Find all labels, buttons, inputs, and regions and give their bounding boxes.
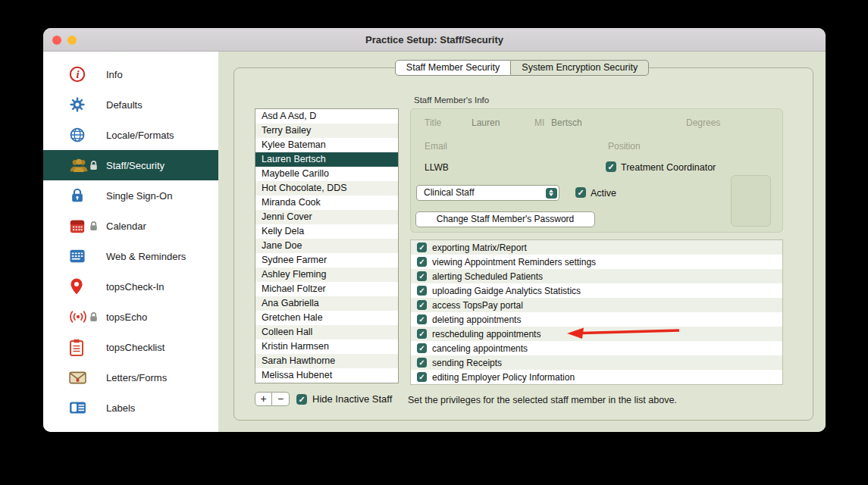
- sidebar-item-single-sign-on[interactable]: Single Sign-On: [43, 180, 218, 211]
- privilege-checkbox[interactable]: [417, 257, 427, 267]
- sidebar-item-info[interactable]: iInfo: [43, 59, 218, 89]
- privilege-checkbox[interactable]: [417, 314, 427, 324]
- security-panel: Asd A Asd, DTerry BaileyKylee BatemanLau…: [233, 67, 813, 421]
- lock-icon: [69, 187, 89, 204]
- sidebar-item-staff-security[interactable]: Staff/Security: [43, 150, 218, 180]
- privilege-checkbox[interactable]: [417, 343, 427, 353]
- active-checkbox[interactable]: [575, 187, 586, 198]
- privilege-checkbox[interactable]: [417, 372, 427, 382]
- minimize-button[interactable]: [67, 36, 77, 45]
- sidebar-item-calendar[interactable]: Calendar: [43, 211, 218, 241]
- staff-list-controls: + − Hide Inactive Staff: [255, 392, 392, 406]
- staff-row[interactable]: Kelly Dela: [255, 224, 398, 239]
- staff-row[interactable]: Ashley Fleming: [255, 268, 398, 282]
- sidebar-item-defaults[interactable]: Defaults: [43, 89, 218, 120]
- sidebar-item-letters-forms[interactable]: Letters/Forms: [43, 362, 218, 393]
- staff-type-dropdown[interactable]: Clinical Staff: [416, 185, 559, 201]
- close-button[interactable]: [52, 36, 61, 45]
- staff-row[interactable]: Maybelle Carillo: [255, 167, 398, 181]
- staff-type-value: Clinical Staff: [424, 187, 474, 198]
- lock-icon: [89, 221, 106, 231]
- privilege-label: canceling appointments: [432, 343, 528, 354]
- treatment-coordinator-label: Treatment Coordinator: [621, 162, 716, 173]
- treatment-coordinator-checkbox[interactable]: [606, 161, 616, 172]
- degrees-field[interactable]: Degrees: [686, 117, 720, 128]
- sidebar-item-label: topsEcho: [106, 311, 147, 323]
- sidebar-item-label: Letters/Forms: [106, 372, 167, 383]
- tab-bar: Staff Member Security System Encryption …: [218, 60, 826, 76]
- sidebar-item-label: Locale/Formats: [106, 130, 174, 141]
- privilege-checkbox[interactable]: [417, 242, 427, 252]
- email-field[interactable]: Email: [425, 141, 447, 152]
- staff-row[interactable]: Lauren Bertsch: [255, 152, 398, 167]
- globe-icon: [69, 127, 89, 143]
- remove-staff-button[interactable]: −: [272, 392, 290, 406]
- staff-photo-well[interactable]: [731, 175, 771, 227]
- add-staff-button[interactable]: +: [255, 392, 272, 406]
- privilege-checkbox[interactable]: [417, 300, 427, 310]
- privilege-row: sending Receipts: [411, 355, 782, 370]
- svg-text:i: i: [76, 68, 79, 80]
- lock-icon: [89, 160, 106, 171]
- staff-row[interactable]: Gretchen Hale: [255, 311, 398, 325]
- staff-list: Asd A Asd, DTerry BaileyKylee BatemanLau…: [255, 108, 399, 383]
- staff-row[interactable]: Melissa Hubenet: [255, 368, 398, 383]
- staff-row[interactable]: Michael Foltzer: [255, 282, 398, 296]
- envelope-icon: [69, 371, 89, 385]
- privilege-checkbox[interactable]: [417, 329, 427, 339]
- staff-row[interactable]: Asd A Asd, D: [255, 109, 398, 124]
- staff-row[interactable]: Sarah Hawthorne: [255, 354, 398, 368]
- position-field[interactable]: Position: [608, 141, 641, 152]
- privilege-checkbox[interactable]: [417, 286, 427, 296]
- tab-staff-member-security[interactable]: Staff Member Security: [395, 60, 511, 76]
- web-icon: [69, 249, 89, 264]
- sidebar-item-label: Info: [106, 69, 123, 80]
- signal-icon: [69, 310, 89, 324]
- staff-row[interactable]: Kristin Harmsen: [255, 340, 398, 354]
- staff-row[interactable]: Jane Doe: [255, 239, 398, 253]
- tab-system-encryption-security[interactable]: System Encryption Security: [511, 60, 649, 76]
- privilege-checkbox[interactable]: [417, 271, 427, 281]
- sidebar: iInfoDefaultsLocale/FormatsStaff/Securit…: [43, 52, 218, 432]
- sidebar-item-label: Defaults: [106, 99, 143, 111]
- sidebar-item-label: Calendar: [106, 221, 146, 232]
- desktop-background: Practice Setup: Staff/Security iInfoDefa…: [0, 0, 868, 485]
- sidebar-item-topschecklist[interactable]: topsChecklist: [43, 332, 218, 362]
- staff-row[interactable]: Jenni Cover: [255, 210, 398, 224]
- titlebar[interactable]: Practice Setup: Staff/Security: [43, 28, 826, 52]
- sidebar-item-label: Staff/Security: [106, 160, 165, 171]
- sidebar-item-web-reminders[interactable]: Web & Reminders: [43, 241, 218, 271]
- lock-icon: [89, 311, 106, 322]
- last-name-field[interactable]: Bertsch: [551, 117, 582, 128]
- change-password-button[interactable]: Change Staff Member's Password: [415, 211, 595, 227]
- privilege-row: uploading Gaidge Analytics Statistics: [411, 283, 782, 298]
- sidebar-item-labels[interactable]: Labels: [43, 393, 218, 423]
- first-name-field[interactable]: Lauren: [472, 117, 500, 128]
- hide-inactive-checkbox[interactable]: [296, 394, 307, 405]
- sidebar-item-topsecho[interactable]: topsEcho: [43, 302, 218, 332]
- initials-value: LLWB: [425, 162, 449, 173]
- staff-row[interactable]: Colleen Hall: [255, 325, 398, 340]
- privilege-label: access TopsPay portal: [432, 300, 523, 311]
- mi-field[interactable]: MI: [534, 117, 544, 128]
- staff-row[interactable]: Ana Gabriella: [255, 296, 398, 311]
- pin-icon: [69, 277, 89, 296]
- sidebar-item-label: topsChecklist: [106, 342, 165, 353]
- people-icon: [69, 158, 89, 173]
- staff-row[interactable]: Hot Chocolate, DDS: [255, 181, 398, 196]
- privilege-label: editing Employer Policy Information: [432, 372, 575, 383]
- privilege-label: rescheduling appointments: [432, 329, 541, 340]
- privilege-checkbox[interactable]: [417, 358, 427, 368]
- sidebar-item-topscheck-in[interactable]: topsCheck-In: [43, 271, 218, 302]
- staff-row[interactable]: Terry Bailey: [255, 124, 398, 138]
- info-icon: i: [69, 66, 89, 83]
- sidebar-item-locale-formats[interactable]: Locale/Formats: [43, 120, 218, 150]
- title-field[interactable]: Title: [425, 117, 441, 128]
- sidebar-item-label: Web & Reminders: [106, 251, 186, 262]
- staff-row[interactable]: Kylee Bateman: [255, 138, 398, 152]
- staff-row[interactable]: Miranda Cook: [255, 196, 398, 210]
- privilege-row: viewing Appointment Reminders settings: [411, 255, 782, 269]
- staff-info-box: Title Lauren MI Bertsch Degrees Email Po…: [410, 108, 783, 233]
- staff-row[interactable]: Sydnee Farmer: [255, 253, 398, 268]
- privilege-label: deleting appointments: [432, 314, 521, 325]
